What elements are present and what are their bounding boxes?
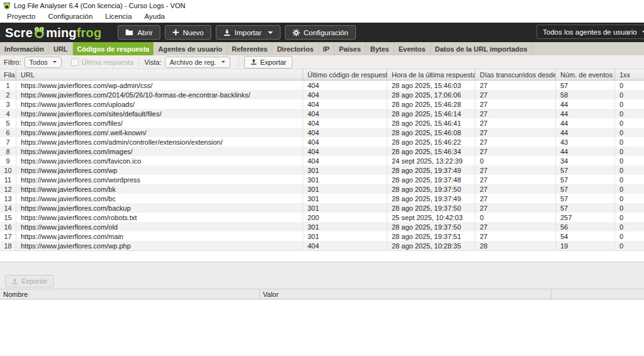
- user-agent-dropdown-value: Todos los agentes de usuario: [543, 28, 637, 36]
- cell-last-response-time: 28 ago 2025, 15:46:03: [387, 81, 475, 90]
- cell-num-events: 44: [556, 99, 615, 109]
- menu-proyecto[interactable]: Proyecto: [1, 11, 42, 23]
- export-button[interactable]: Exportar: [244, 56, 293, 69]
- new-button[interactable]: Nuevo: [165, 25, 211, 40]
- cell-1xx: 0: [615, 184, 644, 194]
- import-button[interactable]: Importar: [216, 25, 280, 40]
- table-row[interactable]: 15 https://www.javierflores.com/robots.t…: [0, 213, 644, 222]
- cell-num-events: 44: [556, 128, 615, 137]
- cell-url: https://www.javierflores.com/uploads/: [16, 99, 303, 109]
- filter-dropdown[interactable]: Todos: [25, 57, 62, 68]
- open-button-label: Abrir: [137, 29, 152, 36]
- column-header-1xx[interactable]: 1xx: [615, 69, 644, 80]
- cell-1xx: 0: [615, 99, 644, 109]
- cell-num-events: 57: [556, 165, 615, 175]
- cell-num-events: 257: [556, 213, 615, 222]
- column-header-fila[interactable]: Fila: [0, 69, 16, 80]
- cell-num-events: 56: [556, 222, 615, 231]
- cell-1xx: 0: [615, 147, 644, 156]
- cell-response-code: 301: [303, 222, 387, 231]
- tab-eventos[interactable]: Eventos: [394, 42, 431, 55]
- tab-referentes[interactable]: Referentes: [228, 42, 273, 55]
- tab-directorios[interactable]: Directorios: [272, 42, 318, 55]
- open-button[interactable]: Abrir: [118, 25, 160, 40]
- view-label: Vista:: [144, 58, 161, 66]
- table-row[interactable]: 16 https://www.javierflores.com/old 301 …: [0, 222, 644, 231]
- cell-url: https://www.javierflores.com/2014/05/26/…: [16, 90, 303, 99]
- table-row[interactable]: 1 https://www.javierflores.com/wp-admin/…: [0, 81, 644, 90]
- tab-codigos-de-respuesta[interactable]: Códigos de respuesta: [73, 42, 154, 55]
- cell-days-elapsed: 27: [475, 231, 556, 241]
- cell-url: https://www.javierflores.com/wp-admin/cs…: [16, 81, 303, 90]
- cell-last-response-time: 28 ago 2025, 15:46:22: [387, 137, 475, 147]
- user-agent-dropdown[interactable]: Todos los agentes de usuario: [536, 25, 644, 39]
- table-row[interactable]: 18 https://www.javierflores.com/wp.php 4…: [0, 241, 644, 250]
- cell-last-response-time: 28 ago 2025, 19:37:49: [387, 165, 475, 175]
- cell-fila: 15: [0, 213, 16, 222]
- table-row[interactable]: 11 https://www.javierflores.com/wordpres…: [0, 175, 644, 184]
- table-row[interactable]: 12 https://www.javierflores.com/bk 301 2…: [0, 184, 644, 194]
- column-header-url[interactable]: URL: [16, 69, 303, 80]
- table-bottom-border: [0, 250, 644, 251]
- view-dropdown[interactable]: Archivo de reg.: [165, 57, 230, 68]
- filter-dropdown-value: Todos: [30, 58, 48, 66]
- column-header-dias-transcurridos[interactable]: Días transcurridos desde e...: [475, 69, 556, 80]
- table-row[interactable]: 4 https://www.javierflores.com/sites/def…: [0, 109, 644, 118]
- table-row[interactable]: 5 https://www.javierflores.com/files/ 40…: [0, 118, 644, 128]
- table-header: Fila URL Último código de respuesta Hora…: [0, 69, 644, 81]
- cell-response-code: 301: [303, 203, 387, 213]
- table-row[interactable]: 3 https://www.javierflores.com/uploads/ …: [0, 99, 644, 109]
- cell-days-elapsed: 27: [475, 175, 556, 184]
- column-header-ultimo-codigo[interactable]: Último código de respuesta: [303, 69, 387, 80]
- table-row[interactable]: 7 https://www.javierflores.com/admin/con…: [0, 137, 644, 147]
- cell-fila: 12: [0, 184, 16, 194]
- cell-url: https://www.javierflores.com/admin/contr…: [16, 137, 303, 147]
- configuration-button[interactable]: Configuración: [285, 25, 356, 40]
- bottom-export-button[interactable]: Exportar: [5, 275, 54, 287]
- tab-agentes-de-usuario[interactable]: Agentes de usuario: [153, 42, 227, 55]
- tab-informacion[interactable]: Información: [0, 42, 49, 55]
- menu-ayuda[interactable]: Ayuda: [138, 11, 171, 23]
- menu-configuracion[interactable]: Configuración: [42, 11, 99, 23]
- tab-datos-url-importados[interactable]: Datos de la URL importados: [431, 42, 533, 55]
- menu-licencia[interactable]: Licencia: [99, 11, 138, 23]
- cell-url: https://www.javierflores.com/wp: [16, 165, 303, 175]
- last-response-checkbox[interactable]: [71, 58, 79, 66]
- column-header-hora-ultima-respuesta[interactable]: Hora de la última respuesta: [387, 69, 475, 80]
- table-row[interactable]: 2 https://www.javierflores.com/2014/05/2…: [0, 90, 644, 99]
- tab-url[interactable]: URL: [49, 42, 73, 55]
- tab-paises[interactable]: Países: [335, 42, 366, 55]
- cell-num-events: 44: [556, 109, 615, 118]
- configuration-button-label: Configuración: [304, 29, 348, 36]
- cell-url: https://www.javierflores.com/robots.txt: [16, 213, 303, 222]
- chevron-down-icon: [53, 61, 57, 63]
- cell-fila: 11: [0, 175, 16, 184]
- column-header-nombre[interactable]: Nombre: [0, 289, 260, 299]
- tab-bytes[interactable]: Bytes: [366, 42, 394, 55]
- cell-1xx: 0: [615, 231, 644, 241]
- upload-icon: [250, 58, 257, 65]
- cell-fila: 10: [0, 165, 16, 175]
- tab-ip[interactable]: IP: [319, 42, 335, 55]
- table-row[interactable]: 8 https://www.javierflores.com/images/ 4…: [0, 147, 644, 156]
- cell-response-code: 301: [303, 231, 387, 241]
- table-row[interactable]: 10 https://www.javierflores.com/wp 301 2…: [0, 165, 644, 175]
- cell-url: https://www.javierflores.com/.well-known…: [16, 128, 303, 137]
- table-row[interactable]: 14 https://www.javierflores.com/backup 3…: [0, 203, 644, 213]
- table-row[interactable]: 9 https://www.javierflores.com/favicon.i…: [0, 156, 644, 165]
- cell-url: https://www.javierflores.com/bk: [16, 184, 303, 194]
- column-header-num-eventos[interactable]: Núm. de eventos: [556, 69, 615, 80]
- table-row[interactable]: 6 https://www.javierflores.com/.well-kno…: [0, 128, 644, 137]
- gear-icon: [292, 29, 300, 36]
- table-row[interactable]: 17 https://www.javierflores.com/main 301…: [0, 231, 644, 241]
- cell-response-code: 301: [303, 165, 387, 175]
- cell-days-elapsed: 27: [475, 194, 556, 203]
- table-row[interactable]: 13 https://www.javierflores.com/bc 301 2…: [0, 194, 644, 203]
- plus-icon: [172, 29, 179, 36]
- cell-response-code: 404: [303, 241, 387, 250]
- cell-last-response-time: 28 ago 2025, 10:28:35: [387, 241, 475, 250]
- cell-url: https://www.javierflores.com/bc: [16, 194, 303, 203]
- bottom-table-body: [0, 300, 644, 356]
- cell-last-response-time: 28 ago 2025, 19:37:50: [387, 222, 475, 231]
- column-header-valor[interactable]: Valor: [260, 289, 552, 299]
